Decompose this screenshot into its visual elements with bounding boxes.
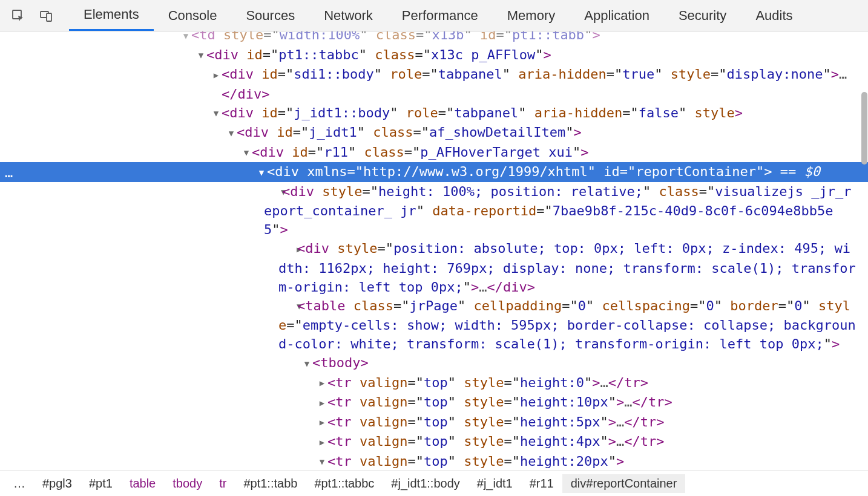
scrollbar-thumb[interactable]	[861, 92, 867, 165]
dom-breadcrumb: …#pgl3#pt1tabletbodytr#pt1::tabb#pt1::ta…	[0, 471, 868, 496]
dom-tree-line[interactable]: <tr valign="top" style="height:20px">	[0, 452, 868, 471]
svg-rect-2	[47, 13, 51, 21]
collapse-arrow-icon[interactable]	[318, 413, 326, 432]
tab-sources[interactable]: Sources	[231, 0, 309, 31]
dom-tree-line[interactable]: <div id="sdi1::body" role="tabpanel" ari…	[0, 65, 868, 85]
dom-tree-line[interactable]: <div id="j_idt1::body" role="tabpanel" a…	[0, 103, 868, 123]
expand-arrow-icon[interactable]	[197, 46, 205, 65]
dom-tree-line[interactable]: <td style="width:100%" class="x13b" id="…	[0, 31, 868, 45]
dom-tree-line[interactable]: </div>	[0, 85, 868, 103]
dom-tree-line[interactable]: <div id="j_idt1" class="af_showDetailIte…	[0, 123, 868, 143]
expand-arrow-icon[interactable]	[212, 104, 220, 123]
dom-tree-line[interactable]: <tbody>	[0, 353, 868, 373]
breadcrumb-item[interactable]: #pt1::tabbc	[306, 474, 383, 493]
tab-console[interactable]: Console	[154, 0, 232, 31]
dom-tree-line[interactable]: <div style="height: 100%; position: rela…	[0, 182, 868, 240]
collapse-arrow-icon[interactable]	[318, 433, 326, 452]
expand-arrow-icon[interactable]	[257, 163, 266, 182]
collapse-arrow-icon[interactable]	[318, 394, 326, 413]
tab-security[interactable]: Security	[664, 0, 741, 31]
expand-arrow-icon[interactable]	[227, 124, 235, 143]
devtools-toolbar: ElementsConsoleSourcesNetworkPerformance…	[0, 0, 868, 31]
dom-tree-line[interactable]: <table class="jrPage" cellpadding="0" ce…	[0, 296, 868, 354]
dom-tree-line[interactable]: <div id="pt1::tabbc" class="x13c p_AFFlo…	[0, 45, 868, 65]
elements-dom-tree[interactable]: <td style="width:100%" class="x13b" id="…	[0, 31, 868, 471]
dom-tree-line[interactable]: <tr valign="top" style="height:0">…</tr>	[0, 373, 868, 393]
breadcrumb-item[interactable]: table	[121, 474, 164, 493]
device-toggle-icon[interactable]	[34, 4, 58, 28]
breadcrumb-item[interactable]: #j_idt1	[469, 474, 521, 493]
inspect-element-icon[interactable]	[6, 4, 30, 28]
selection-gutter-dots: …	[5, 163, 13, 182]
devtools-tabs: ElementsConsoleSourcesNetworkPerformance…	[69, 0, 807, 31]
dom-tree-line[interactable]: <div style="position: absolute; top: 0px…	[0, 239, 868, 296]
tab-memory[interactable]: Memory	[493, 0, 570, 31]
dom-tree-line[interactable]: <div id="r11" class="p_AFHoverTarget xui…	[0, 143, 868, 163]
expand-arrow-icon[interactable]	[288, 297, 296, 316]
tab-network[interactable]: Network	[309, 0, 387, 31]
breadcrumb-item[interactable]: div#reportContainer	[562, 474, 686, 493]
breadcrumb-item[interactable]: #pgl3	[34, 474, 81, 493]
dom-tree-line[interactable]: <tr valign="top" style="height:10px">…</…	[0, 393, 868, 413]
expand-arrow-icon[interactable]	[242, 143, 251, 162]
tab-application[interactable]: Application	[570, 0, 664, 31]
tab-audits[interactable]: Audits	[741, 0, 807, 31]
breadcrumb-item[interactable]: tr	[211, 474, 235, 493]
collapse-arrow-icon[interactable]	[318, 374, 326, 393]
breadcrumb-item[interactable]: #r11	[521, 474, 562, 493]
expand-arrow-icon[interactable]	[318, 452, 326, 471]
breadcrumb-item[interactable]: #pt1	[81, 474, 121, 493]
tab-elements[interactable]: Elements	[69, 0, 154, 31]
dom-tree-line[interactable]: <tr valign="top" style="height:5px">…</t…	[0, 413, 868, 432]
collapse-arrow-icon[interactable]	[212, 66, 220, 85]
breadcrumb-item[interactable]: #j_idt1::body	[383, 474, 468, 493]
expand-arrow-icon[interactable]	[272, 183, 281, 201]
expand-arrow-icon[interactable]	[303, 354, 311, 373]
collapse-arrow-icon[interactable]	[288, 240, 296, 259]
breadcrumb-item[interactable]: tbody	[164, 474, 211, 493]
expand-arrow-icon[interactable]	[182, 31, 190, 45]
dom-tree-line[interactable]: <div xmlns="http://www.w3.org/1999/xhtml…	[0, 162, 868, 182]
tab-performance[interactable]: Performance	[387, 0, 493, 31]
scrollbar[interactable]	[860, 31, 867, 471]
breadcrumb-item[interactable]: #pt1::tabb	[235, 474, 306, 493]
dom-tree-line[interactable]: <tr valign="top" style="height:4px">…</t…	[0, 432, 868, 452]
breadcrumb-item[interactable]: …	[5, 474, 34, 493]
